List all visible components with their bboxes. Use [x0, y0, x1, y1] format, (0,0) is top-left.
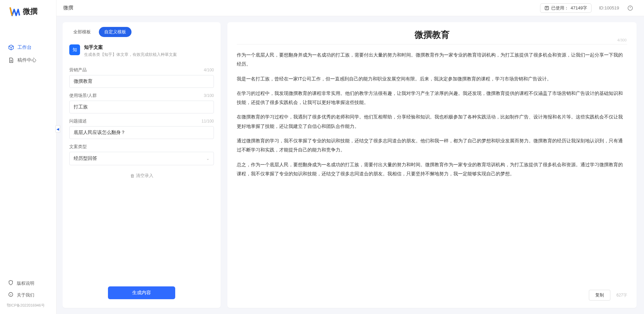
output-paragraph: 通过微撰教育的学习，我不仅掌握了专业的知识和技能，还结交了很多志同道合的朋友。他… [237, 136, 627, 155]
topbar: 微撰 已使用： 47149字 ID:100519 [56, 0, 644, 16]
output-paragraph: 总之，作为一个底层人民，要想翻身成为一名成功的打工族，需要付出大量的努力和时间。… [237, 160, 627, 179]
tab-custom-templates[interactable]: 自定义模板 [99, 27, 131, 37]
generate-button[interactable]: 生成内容 [108, 286, 175, 299]
output-panel: 微撰教育 4/300 作为一个底层人民，要想翻身并成为一名成功的打工族，需要付出… [227, 22, 637, 308]
type-label: 文案类型 [69, 144, 87, 150]
output-title[interactable]: 微撰教育 [237, 29, 627, 44]
scene-label: 使用场景/人群 [69, 93, 97, 99]
output-paragraph: 作为一个底层人民，要想翻身并成为一名成功的打工族，需要付出大量的努力和时间。微撰… [237, 50, 627, 69]
scene-input[interactable] [69, 101, 214, 113]
usage-badge[interactable]: 已使用： 47149字 [540, 3, 592, 13]
product-label: 营销产品 [69, 67, 87, 73]
page-title: 微撰 [63, 5, 73, 11]
field-problem: 问题描述 11/100 [69, 118, 214, 139]
sidebar-item-copyright[interactable]: 版权说明 [0, 277, 56, 289]
template-desc: 生成各类【知乎】体文章，有效完成软植入种草文案 [84, 52, 177, 58]
shield-icon [8, 280, 13, 286]
sidebar-item-label: 稿件中心 [17, 57, 36, 63]
scene-count: 3/100 [204, 93, 214, 98]
usage-label: 已使用： [551, 5, 569, 11]
sidebar-item-workspace[interactable]: 工作台 [0, 41, 56, 54]
template-card: 知 知乎文案 生成各类【知乎】体文章，有效完成软植入种草文案 [63, 39, 221, 61]
type-select[interactable]: 经历型回答 ⌄ [69, 152, 214, 165]
sidebar-item-label: 关于我们 [17, 292, 34, 298]
problem-count: 11/100 [201, 119, 214, 124]
sidebar-item-label: 版权说明 [17, 280, 34, 286]
sidebar-item-label: 工作台 [17, 44, 32, 50]
sidebar-collapse-button[interactable]: ◀ [55, 125, 60, 133]
brand-logo: 微撰 [0, 0, 56, 21]
text-icon [544, 6, 549, 10]
sidebar: 微撰 工作台 稿件中心 版权说明 [0, 0, 56, 314]
clear-button[interactable]: 🗑 清空录入 [130, 173, 153, 179]
template-tabs: 全部模板 自定义模板 [63, 22, 221, 39]
user-id: ID:100519 [599, 5, 619, 10]
content-area: 全部模板 自定义模板 知 知乎文案 生成各类【知乎】体文章，有效完成软植入种草文… [56, 16, 644, 314]
problem-input[interactable] [69, 126, 214, 139]
chevron-left-icon: ◀ [56, 127, 59, 131]
main-column: 微撰 已使用： 47149字 ID:100519 全部 [56, 0, 644, 314]
field-type: 文案类型 经历型回答 ⌄ [69, 144, 214, 165]
field-product: 营销产品 4/100 [69, 67, 214, 88]
power-button[interactable] [627, 4, 634, 12]
trash-icon: 🗑 [130, 173, 135, 178]
primary-nav: 工作台 稿件中心 [0, 21, 56, 67]
type-value: 经历型回答 [74, 155, 97, 162]
cube-icon [8, 44, 14, 50]
copy-button[interactable]: 复制 [589, 290, 610, 301]
doc-icon [8, 57, 14, 63]
field-scene: 使用场景/人群 3/100 [69, 93, 214, 113]
sidebar-item-drafts[interactable]: 稿件中心 [0, 54, 56, 67]
template-title: 知乎文案 [84, 44, 177, 50]
brand-mark-icon [9, 6, 20, 17]
problem-label: 问题描述 [69, 118, 87, 124]
sidebar-footer: 版权说明 关于我们 鄂ICP备2022016946号 [0, 277, 56, 314]
form-panel: 全部模板 自定义模板 知 知乎文案 生成各类【知乎】体文章，有效完成软植入种草文… [63, 22, 221, 308]
output-char-count: 627字 [616, 292, 627, 298]
brand-name: 微撰 [23, 6, 38, 16]
icp-text: 鄂ICP备2022016946号 [0, 301, 56, 311]
output-paragraph: 我是一名打工族，曾经在一家IT公司工作，但一直感到自己的能力和职业发展空间有限。… [237, 74, 627, 83]
output-body[interactable]: 作为一个底层人民，要想翻身并成为一名成功的打工族，需要付出大量的努力和时间。微撰… [227, 44, 637, 187]
sidebar-item-about[interactable]: 关于我们 [0, 289, 56, 301]
title-char-count: 4/300 [617, 38, 627, 42]
product-count: 4/100 [204, 68, 214, 72]
info-icon [8, 292, 13, 298]
template-badge-icon: 知 [69, 44, 80, 55]
output-paragraph: 在微撰教育的学习过程中，我遇到了很多优秀的老师和同学。他们互相帮助，分享经验和知… [237, 112, 627, 131]
chevron-down-icon: ⌄ [206, 156, 210, 161]
output-paragraph: 在学习的过程中，我发现微撰教育的课程非常实用。他们的教学方法很有趣，让我对学习产… [237, 89, 627, 107]
product-input[interactable] [69, 75, 214, 88]
tab-all-templates[interactable]: 全部模板 [68, 27, 96, 37]
usage-value: 47149字 [571, 5, 587, 11]
